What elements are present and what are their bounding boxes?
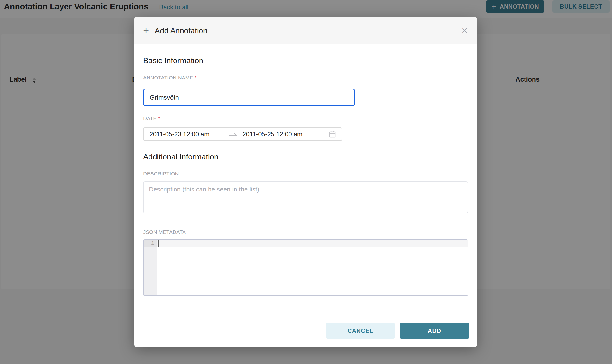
annotation-name-label: ANNOTATION NAME* xyxy=(143,75,197,81)
editor-line-number: 1 xyxy=(144,240,157,247)
modal-header: + Add Annotation ✕ xyxy=(134,17,477,44)
required-mark: * xyxy=(158,116,160,121)
json-metadata-label: JSON METADATA xyxy=(143,229,186,235)
required-mark: * xyxy=(195,75,197,80)
modal-title: Add Annotation xyxy=(155,26,207,35)
date-range-picker[interactable]: 2011-05-23 12:00 am 2011-05-25 12:00 am xyxy=(143,127,342,141)
editor-cursor xyxy=(158,240,159,247)
section-additional-information: Additional Information xyxy=(143,152,219,161)
swap-right-arrow-icon xyxy=(228,131,238,138)
cancel-button[interactable]: CANCEL xyxy=(326,323,395,339)
footer-divider xyxy=(134,315,477,315)
date-label: DATE* xyxy=(143,116,160,121)
date-end-value[interactable]: 2011-05-25 12:00 am xyxy=(243,130,303,138)
close-icon[interactable]: ✕ xyxy=(461,26,468,35)
section-basic-information: Basic Information xyxy=(143,56,203,65)
editor-gutter xyxy=(144,240,157,296)
calendar-icon xyxy=(329,130,336,138)
json-metadata-editor[interactable]: 1 xyxy=(143,239,468,296)
description-label: DESCRIPTION xyxy=(143,171,179,177)
editor-print-margin xyxy=(444,247,445,296)
add-annotation-modal: + Add Annotation ✕ Basic Information ANN… xyxy=(134,17,477,347)
plus-icon: + xyxy=(143,26,149,36)
add-button[interactable]: ADD xyxy=(400,323,469,339)
editor-active-line xyxy=(157,240,468,247)
date-start-value[interactable]: 2011-05-23 12:00 am xyxy=(149,130,209,138)
annotation-name-input[interactable] xyxy=(143,89,355,106)
app-root: Annotation Layer Volcanic Eruptions Back… xyxy=(0,0,612,364)
description-textarea[interactable] xyxy=(143,181,468,213)
